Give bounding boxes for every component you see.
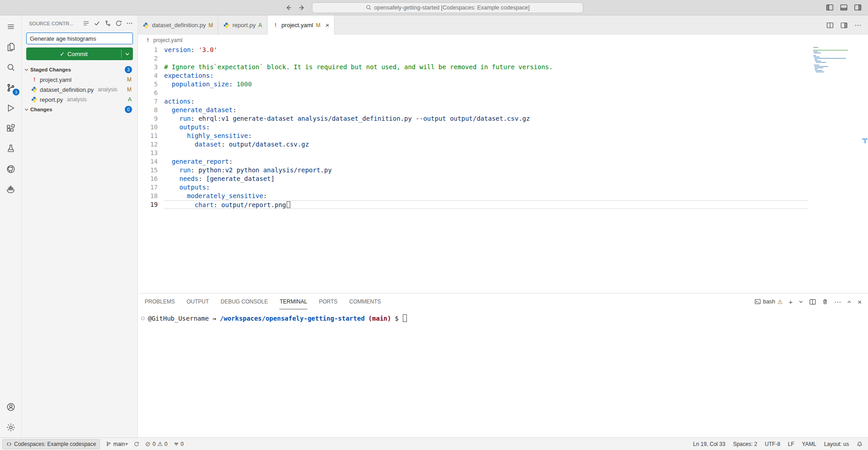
scm-view-mode-icon[interactable]: [83, 20, 90, 27]
commit-dropdown-button[interactable]: [122, 47, 133, 60]
file-row-report[interactable]: report.py analysis A: [22, 95, 137, 104]
line-number[interactable]: 12: [138, 140, 158, 149]
menu-icon[interactable]: [0, 16, 21, 37]
line-number[interactable]: 2: [138, 54, 158, 63]
tab-project-yaml[interactable]: ! project.yaml M ×: [268, 15, 335, 35]
panel-tab-terminal[interactable]: TERMINAL: [279, 294, 308, 309]
sync-status-item[interactable]: [134, 441, 139, 447]
extensions-icon[interactable]: [0, 118, 21, 138]
code-line[interactable]: version: '3.0': [164, 46, 808, 54]
test-flask-icon[interactable]: [0, 138, 21, 159]
code-line[interactable]: moderately_sensitive:: [164, 192, 808, 200]
file-row-project-yaml[interactable]: ! project.yaml M: [22, 75, 137, 85]
line-number[interactable]: 8: [138, 106, 158, 114]
code-line[interactable]: population_size: 1000: [164, 80, 808, 89]
encoding-item[interactable]: UTF-8: [765, 441, 780, 447]
staged-changes-section[interactable]: Staged Changes 3: [22, 65, 137, 75]
line-number[interactable]: 5: [138, 80, 158, 89]
search-icon[interactable]: [0, 57, 21, 77]
code-line[interactable]: highly_sensitive:: [164, 132, 808, 140]
docker-icon[interactable]: [0, 179, 21, 199]
scm-refresh-icon[interactable]: [115, 20, 122, 27]
remote-indicator[interactable]: Codespaces: Example codespace: [2, 439, 100, 449]
code-line[interactable]: generate_dataset:: [164, 106, 808, 114]
panel-tab-debug-console[interactable]: DEBUG CONSOLE: [220, 294, 269, 309]
forward-button[interactable]: [298, 4, 306, 11]
settings-gear-icon[interactable]: [0, 417, 21, 437]
commit-message-input[interactable]: [26, 33, 133, 44]
ports-status-item[interactable]: 0: [174, 441, 184, 447]
indentation-item[interactable]: Spaces: 2: [733, 441, 757, 447]
breadcrumb[interactable]: ! project.yaml: [138, 35, 868, 46]
code-line[interactable]: [164, 54, 808, 63]
line-number[interactable]: 10: [138, 123, 158, 132]
run-debug-icon[interactable]: [0, 98, 21, 118]
scm-graph-icon[interactable]: [104, 20, 111, 27]
customize-layout-icon[interactable]: [854, 4, 862, 11]
code-line[interactable]: [164, 89, 808, 97]
cursor-position-item[interactable]: Ln 19, Col 33: [693, 441, 725, 447]
tab-dataset-definition[interactable]: dataset_definition.py M: [138, 15, 218, 35]
toggle-sidebar-icon[interactable]: [826, 4, 834, 11]
line-number[interactable]: 15: [138, 166, 158, 175]
editor-layout-icon[interactable]: [840, 22, 848, 29]
code-line[interactable]: run: python:v2 python analysis/report.py: [164, 166, 808, 175]
code-line[interactable]: chart: output/report.png: [164, 200, 808, 209]
command-center-search[interactable]: opensafely-getting-started [Codespaces: …: [312, 2, 583, 13]
file-row-dataset-definition[interactable]: dataset_definition.py analysis M: [22, 85, 137, 95]
commit-button[interactable]: ✓ Commit: [26, 47, 133, 60]
github-icon[interactable]: [0, 159, 21, 179]
more-actions-icon[interactable]: ⋯: [834, 298, 841, 305]
panel-tab-output[interactable]: OUTPUT: [186, 294, 209, 309]
shell-selector[interactable]: bash ⚠: [755, 298, 783, 305]
more-actions-icon[interactable]: [126, 20, 133, 27]
terminal-content[interactable]: @GitHub_Username → /workspaces/opensafel…: [138, 310, 868, 437]
line-number[interactable]: 16: [138, 175, 158, 183]
terminal-dropdown-icon[interactable]: [798, 299, 803, 304]
line-number[interactable]: 11: [138, 132, 158, 140]
kill-terminal-icon[interactable]: [822, 298, 828, 305]
close-panel-icon[interactable]: ×: [858, 298, 862, 305]
back-button[interactable]: [285, 4, 292, 11]
line-number[interactable]: 6: [138, 89, 158, 97]
toggle-panel-icon[interactable]: [840, 4, 848, 11]
close-icon[interactable]: ×: [326, 22, 330, 28]
line-number[interactable]: 13: [138, 149, 158, 157]
code-line[interactable]: generate_report:: [164, 157, 808, 166]
branch-status-item[interactable]: main+: [106, 441, 128, 447]
explorer-icon[interactable]: [0, 37, 21, 57]
line-number[interactable]: 4: [138, 71, 158, 80]
scm-check-icon[interactable]: [94, 20, 100, 27]
account-icon[interactable]: [0, 397, 21, 417]
code-line[interactable]: # Ignore this`expectation` block. It is …: [164, 63, 808, 71]
more-actions-icon[interactable]: ⋯: [854, 22, 861, 28]
line-number[interactable]: 18: [138, 192, 158, 200]
panel-tab-comments[interactable]: COMMENTS: [349, 294, 382, 309]
source-control-icon[interactable]: 3: [0, 77, 21, 98]
keyboard-layout-item[interactable]: Layout: us: [824, 441, 849, 447]
changes-section[interactable]: Changes 0: [22, 104, 137, 114]
line-number[interactable]: 9: [138, 114, 158, 123]
line-number[interactable]: 3: [138, 63, 158, 71]
code-lines[interactable]: version: '3.0' # Ignore this`expectation…: [164, 46, 808, 293]
line-number[interactable]: 1: [138, 46, 158, 54]
panel-tab-problems[interactable]: PROBLEMS: [144, 294, 175, 309]
maximize-panel-icon[interactable]: [847, 299, 852, 304]
code-line[interactable]: needs: [generate_dataset]: [164, 175, 808, 183]
line-number[interactable]: 19: [138, 200, 158, 209]
split-terminal-icon[interactable]: [809, 298, 816, 305]
split-editor-icon[interactable]: [826, 22, 834, 29]
problems-status-item[interactable]: 0 ⚠ 0: [145, 441, 167, 447]
minimap[interactable]: [813, 47, 861, 73]
code-line[interactable]: dataset: output/dataset.csv.gz: [164, 140, 808, 149]
tab-report[interactable]: report.py A: [218, 15, 267, 35]
line-number[interactable]: 14: [138, 157, 158, 166]
code-line[interactable]: outputs:: [164, 123, 808, 132]
line-number[interactable]: 17: [138, 183, 158, 192]
code-editor[interactable]: 12345678910111213141516171819 version: '…: [138, 46, 868, 293]
code-line[interactable]: run: ehrql:v1 generate-dataset analysis/…: [164, 114, 808, 123]
code-line[interactable]: actions:: [164, 97, 808, 106]
panel-tab-ports[interactable]: PORTS: [318, 294, 338, 309]
code-line[interactable]: expectations:: [164, 71, 808, 80]
new-terminal-icon[interactable]: +: [788, 298, 793, 305]
